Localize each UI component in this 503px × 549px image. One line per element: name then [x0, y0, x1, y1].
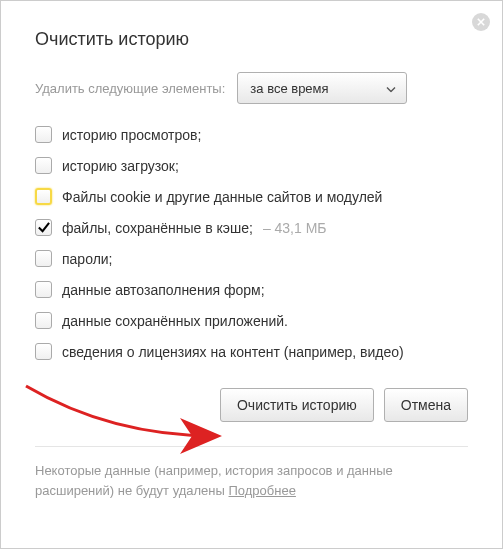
- option-checkbox[interactable]: [35, 281, 52, 298]
- option-label: пароли;: [62, 251, 113, 267]
- option-label: данные сохранённых приложений.: [62, 313, 288, 329]
- time-range-row: Удалить следующие элементы: за все время: [35, 72, 468, 104]
- option-label: сведения о лицензиях на контент (наприме…: [62, 344, 404, 360]
- button-row: Очистить историю Отмена: [35, 388, 468, 422]
- footer-text: Некоторые данные (например, история запр…: [35, 463, 393, 498]
- option-row: Файлы cookie и другие данные сайтов и мо…: [35, 188, 468, 205]
- cancel-button[interactable]: Отмена: [384, 388, 468, 422]
- option-extra: – 43,1 МБ: [263, 220, 327, 236]
- options-list: историю просмотров;историю загрузок;Файл…: [35, 126, 468, 360]
- dialog-container: Очистить историю Удалить следующие элеме…: [1, 1, 502, 512]
- option-label: Файлы cookie и другие данные сайтов и мо…: [62, 189, 382, 205]
- option-checkbox[interactable]: [35, 250, 52, 267]
- time-range-label: Удалить следующие элементы:: [35, 81, 225, 96]
- dialog-title: Очистить историю: [35, 29, 468, 50]
- time-range-select[interactable]: за все время: [237, 72, 407, 104]
- option-checkbox[interactable]: [35, 188, 52, 205]
- footer-note: Некоторые данные (например, история запр…: [35, 446, 468, 500]
- option-label: данные автозаполнения форм;: [62, 282, 265, 298]
- option-row: данные автозаполнения форм;: [35, 281, 468, 298]
- option-row: данные сохранённых приложений.: [35, 312, 468, 329]
- footer-learn-more-link[interactable]: Подробнее: [229, 483, 296, 498]
- option-label: историю просмотров;: [62, 127, 201, 143]
- option-checkbox[interactable]: [35, 219, 52, 236]
- option-checkbox[interactable]: [35, 312, 52, 329]
- option-checkbox[interactable]: [35, 343, 52, 360]
- chevron-down-icon: [386, 81, 396, 96]
- option-label: файлы, сохранённые в кэше;: [62, 220, 253, 236]
- option-row: историю просмотров;: [35, 126, 468, 143]
- clear-history-button[interactable]: Очистить историю: [220, 388, 374, 422]
- option-checkbox[interactable]: [35, 126, 52, 143]
- option-label: историю загрузок;: [62, 158, 179, 174]
- option-row: пароли;: [35, 250, 468, 267]
- option-checkbox[interactable]: [35, 157, 52, 174]
- option-row: файлы, сохранённые в кэше; – 43,1 МБ: [35, 219, 468, 236]
- option-row: сведения о лицензиях на контент (наприме…: [35, 343, 468, 360]
- time-range-value: за все время: [250, 81, 328, 96]
- option-row: историю загрузок;: [35, 157, 468, 174]
